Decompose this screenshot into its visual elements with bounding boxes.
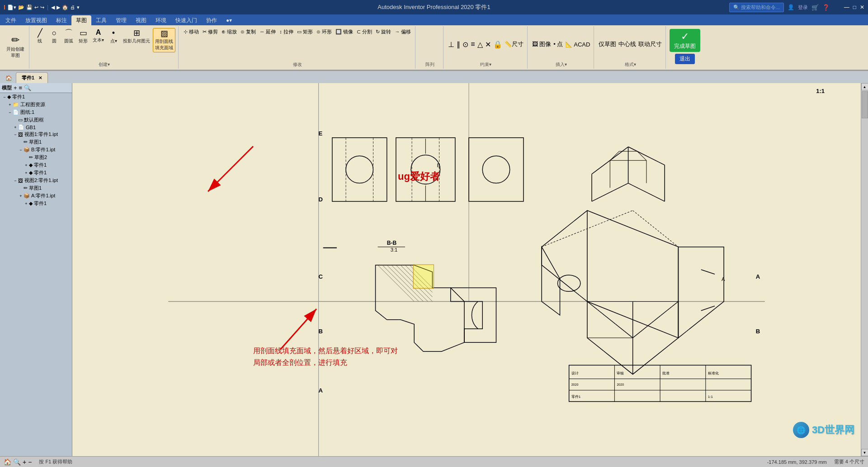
help-icon[interactable]: ❓ [822,4,830,11]
tree-item-b-part[interactable]: − 📦 B:零件1.ipt [0,146,72,154]
move-button[interactable]: ⊹ 移动 [182,28,200,36]
stretch-button[interactable]: ↕ 拉伸 [278,28,295,36]
tree-item-default-frame[interactable]: ▭ 默认图框 [0,116,72,124]
tab-collaborate[interactable]: 协作 [202,15,222,25]
tree-item-a-part[interactable]: + 📦 A:零件1.ipt [0,192,72,200]
tab-file[interactable]: 文件 [1,15,21,25]
close-button[interactable]: ✕ [860,4,864,10]
scroll-thumb[interactable] [862,91,868,118]
search-box[interactable]: 🔍 搜索帮助和命令... [729,3,784,12]
rect-button[interactable]: ▭ 矩形 [76,28,90,45]
line-button[interactable]: ╱ 线 [33,28,47,45]
constraint-icon-5[interactable]: △ [476,39,484,50]
copy-button[interactable]: ⊙ 复制 [239,28,257,36]
tab-sketch[interactable]: 草图 [71,15,91,25]
doc-tab-part1[interactable]: 零件1 ✕ [16,72,48,83]
driven-dim-icon[interactable]: 联动尺寸 [637,39,663,49]
sidebar-search-icon[interactable]: 🔍 [24,84,31,91]
project-geometry-button[interactable]: ⊞ 投影几何图元 [121,28,152,45]
ruler-icon[interactable]: 📏尺寸 [504,39,524,49]
arc-button[interactable]: ⌒ 圆弧 [62,28,75,45]
tab-place-view[interactable]: 放置视图 [21,15,52,25]
extend-button[interactable]: ↔ 延伸 [258,28,277,36]
tree-item-gb1[interactable]: + 📄 GB1 [0,124,72,131]
tab-view[interactable]: 视图 [131,15,151,25]
constraint-icon-6[interactable]: ✕ [484,39,492,50]
start-sketch-button[interactable]: ✏ 开始创建草图 [5,34,26,60]
redo-icon[interactable]: ↪ [40,5,44,10]
statusbar-zoom-icon[interactable]: 🔍 [13,458,21,466]
tree-item-view2[interactable]: − 🖼 视图2:零件1.ipt [0,177,72,184]
group-label-create[interactable]: 创建▾ [99,61,110,68]
tab-manage[interactable]: 管理 [111,15,131,25]
group-label-insert[interactable]: 插入▾ [556,61,567,68]
tree-item-resources[interactable]: + 📁 工程图资源 [0,101,72,108]
open-icon[interactable]: 📂 [18,5,24,10]
tree-item-sketch2[interactable]: ✏ 草图2 [0,154,72,161]
tab-extra[interactable]: ●▾ [222,15,236,25]
tree-item-part1-sub3[interactable]: + ◆ 零件1 [0,200,72,207]
rotate-button[interactable]: ↻ 旋转 [374,28,392,36]
home-icon[interactable]: 🏠 [62,5,68,10]
tab-annotation[interactable]: 标注 [52,15,71,25]
statusbar-home-icon[interactable]: 🏠 [4,458,11,466]
centerline-icon[interactable]: 中心线 [618,39,637,49]
text-button[interactable]: A 文本▾ [91,28,106,44]
tab-environment[interactable]: 环境 [151,15,171,25]
offset-button[interactable]: → 偏移 [393,28,412,36]
cart-icon[interactable]: 🛒 [811,4,819,11]
mirror-button[interactable]: 🔲 镜像 [334,28,354,36]
nav-forward-icon[interactable]: ▶ [57,5,60,10]
constraint-icon-1[interactable]: ⊥ [447,39,455,50]
print-icon[interactable]: 🖨 [70,5,75,10]
save-icon[interactable]: 💾 [26,5,33,10]
undo-icon[interactable]: ↩ [34,5,38,10]
maximize-button[interactable]: □ [853,4,856,10]
scroll-up-button[interactable]: ▲ [861,83,868,90]
tree-item-sketch1-v2[interactable]: ✏ 草图1 [0,184,72,192]
constraint-icon-7[interactable]: 🔒 [492,39,503,50]
acad-icon[interactable]: 📐 ACAD [564,40,591,49]
split-button[interactable]: ⊂ 分割 [355,28,373,36]
rect-array-button[interactable]: ▭ 矩形 [296,28,314,36]
vertical-scrollbar[interactable]: ▲ ▼ [861,83,868,456]
complete-sketch-button[interactable]: ✓ 完成草图 [670,29,700,52]
constraint-icon-4[interactable]: ≡ [470,39,476,49]
circular-array-button[interactable]: ⊙ 环形 [315,28,333,36]
exit-button[interactable]: 退出 [675,54,695,64]
more-icon[interactable]: ▾ [77,5,80,10]
sidebar-menu-icon[interactable]: ≡ [19,84,23,91]
constraint-icon-2[interactable]: ∥ [456,39,461,50]
ribbon-group-modify: ⊹ 移动 ✂ 修剪 ⊕ 缩放 ⊙ 复制 ↔ 延伸 ↕ 拉伸 ▭ 矩形 ⊙ 环形 … [179,26,415,69]
home-tab-icon[interactable]: 🏠 [2,73,16,83]
tree-item-part1-sub1[interactable]: + ◆ 零件1 [0,161,72,169]
tab-tools[interactable]: 工具 [91,15,111,25]
sidebar-model-tab[interactable]: 模型 [2,84,12,91]
nav-back-icon[interactable]: ◀ [51,5,55,10]
circle-button[interactable]: ○ 圆 [47,28,61,45]
point-insert-icon[interactable]: • 点 [552,39,564,49]
tree-item-part1-sub2[interactable]: + ◆ 零件1 [0,169,72,177]
tree-item-sheet1[interactable]: − 📄 图纸:1 [0,108,72,116]
statusbar-minus-icon[interactable]: − [28,458,32,466]
new-icon[interactable]: 📄▾ [7,5,16,10]
statusbar-add-icon[interactable]: + [23,458,26,466]
scroll-down-button[interactable]: ▼ [861,449,868,456]
tree-item-view1[interactable]: − 🖼 视图1:零件1.ipt [0,131,72,138]
doc-tab-close-icon[interactable]: ✕ [38,75,42,80]
tree-item-sketch1[interactable]: ✏ 草图1 [0,138,72,146]
login-label[interactable]: 登录 [798,4,808,11]
image-icon[interactable]: 🖼 图像 [531,39,552,49]
group-label-format[interactable]: 格式▾ [625,61,636,68]
scale-button[interactable]: ⊕ 缩放 [220,28,238,36]
group-label-constraint[interactable]: 约束▾ [480,61,491,68]
draft-icon[interactable]: 仅草图 [598,39,617,49]
point-button[interactable]: • 点▾ [107,28,120,45]
constraint-icon-3[interactable]: ⊙ [462,39,469,50]
tab-quickstart[interactable]: 快速入门 [171,15,202,25]
trim-button[interactable]: ✂ 修剪 [201,28,219,36]
sidebar-add-icon[interactable]: + [14,84,17,91]
hatch-button[interactable]: ▨ 用剖面线填充面域 [153,28,175,52]
tree-item-part1[interactable]: − ◆ 零件1 [0,93,72,101]
minimize-button[interactable]: — [844,4,849,10]
